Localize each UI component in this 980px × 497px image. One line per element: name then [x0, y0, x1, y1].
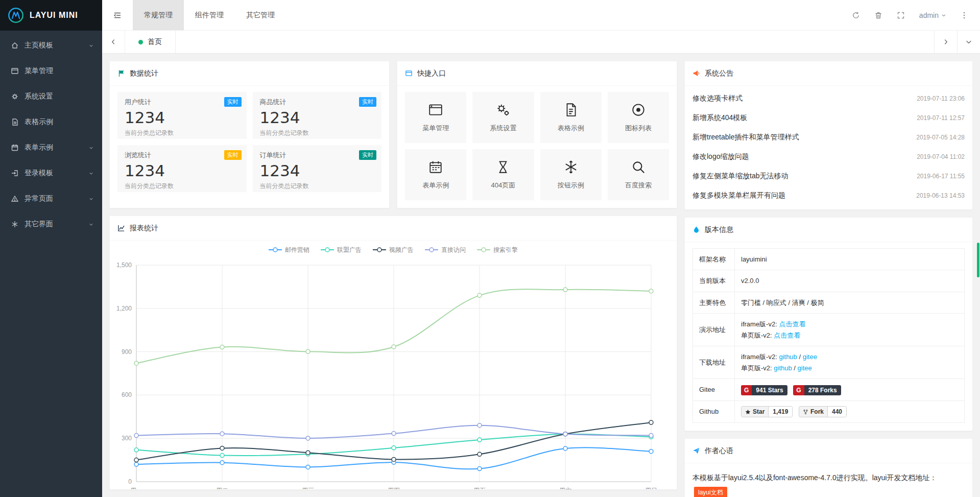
quick-entry-form-examples[interactable]: 表单示例	[405, 149, 466, 200]
sidebar-item-label: 系统设置	[25, 92, 94, 101]
svg-text:周三: 周三	[302, 487, 314, 490]
announcement-date: 2019-07-05 14:28	[916, 134, 965, 141]
announcement-list: 修改选项卡样式 2019-07-11 23:06 新增系统404模板 2019-…	[685, 86, 972, 209]
demo-iframe-link[interactable]: 点击查看	[779, 320, 805, 328]
announcement-link[interactable]: 新增treetable插件和菜单管理样式	[692, 133, 799, 142]
page-tab-home[interactable]: 首页	[125, 31, 176, 53]
user-name: admin	[919, 11, 939, 19]
version-card-title: 版本信息	[705, 225, 733, 234]
login-icon	[10, 169, 19, 177]
realtime-badge: 实时	[359, 150, 376, 160]
legend-item[interactable]: 搜索引擎	[477, 246, 518, 254]
download-gitee-link[interactable]: gitee	[798, 364, 812, 372]
quick-entry-label: 表单示例	[422, 181, 449, 190]
download-line-prefix: iframe版-v2:	[741, 353, 779, 361]
svg-text:900: 900	[122, 348, 132, 356]
quick-entry-baidu-search[interactable]: 百度搜索	[608, 149, 669, 200]
report-chart-card: 报表统计 邮件营销联盟广告视频广告直接访问搜索引擎 03006009001,20…	[109, 216, 677, 490]
calendar-icon	[428, 159, 443, 175]
clear-cache-button[interactable]	[867, 0, 890, 30]
refresh-button[interactable]	[845, 0, 867, 30]
stat-title: 商品统计	[260, 98, 375, 107]
tab-general-manage[interactable]: 常规管理	[133, 0, 184, 30]
top-header: 常规管理 组件管理 其它管理 admin	[102, 0, 980, 31]
announcement-link[interactable]: 修复多模块菜单栏展开有问题	[692, 191, 785, 200]
quick-grid: 菜单管理 系统设置 表格示例	[397, 86, 677, 208]
file-text-icon	[563, 102, 579, 117]
table-row: 当前版本 v2.0.0	[693, 270, 965, 292]
sidebar-item-table-examples[interactable]: 表格示例	[0, 109, 102, 135]
github-fork-count: 440	[828, 407, 846, 417]
quick-entry-icon-list[interactable]: 图标列表	[608, 92, 669, 143]
announcement-link[interactable]: 修改logo缩放问题	[692, 152, 749, 161]
realtime-badge: 实时	[359, 97, 376, 107]
user-menu[interactable]: admin	[912, 0, 953, 30]
star-icon	[745, 409, 751, 415]
sidebar-item-menu-manage[interactable]: 菜单管理	[0, 58, 102, 84]
sidebar-item-label: 异常页面	[25, 194, 88, 203]
version-row-label: 主要特色	[693, 292, 735, 313]
svg-text:1,200: 1,200	[116, 305, 132, 312]
sidebar-item-error-pages[interactable]: 异常页面	[0, 186, 102, 211]
tab-other-manage[interactable]: 其它管理	[235, 0, 286, 30]
sidebar-item-login-templates[interactable]: 登录模板	[0, 160, 102, 186]
sidebar-item-other-ui[interactable]: 其它界面	[0, 211, 102, 237]
legend-item[interactable]: 直接访问	[425, 246, 466, 254]
chevron-down-icon	[965, 38, 972, 45]
page-scrollbar-thumb[interactable]	[977, 243, 979, 277]
sidebar-item-form-examples[interactable]: 表单示例	[0, 135, 102, 160]
github-fork-badge[interactable]: Fork 440	[799, 406, 847, 417]
quick-entry-system-settings[interactable]: 系统设置	[472, 92, 534, 143]
author-card: 作者心语 本模板基于layui2.5.4以及font-awesome-4.7.0…	[684, 438, 973, 497]
quick-entry-menu-manage[interactable]: 菜单管理	[405, 92, 466, 143]
tabs-dropdown-button[interactable]	[957, 31, 980, 53]
quick-entry-button-examples[interactable]: 按钮示例	[540, 149, 602, 200]
announcement-link[interactable]: 新增系统404模板	[692, 113, 747, 123]
table-row: Github Star 1,419 Fork 440	[693, 400, 965, 423]
caret-down-icon	[941, 13, 946, 18]
announcement-link[interactable]: 修改选项卡样式	[692, 94, 743, 103]
page-tab-label: 首页	[148, 37, 162, 46]
chart-legend: 邮件营销联盟广告视频广告直接访问搜索引擎	[110, 241, 677, 259]
legend-item[interactable]: 联盟广告	[321, 246, 362, 254]
link-separator: /	[797, 353, 803, 361]
layui-doc-badge[interactable]: layui文档	[694, 487, 727, 497]
legend-item[interactable]: 邮件营销	[269, 246, 309, 254]
version-row-label: 当前版本	[693, 270, 735, 292]
tabs-scroll-right-button[interactable]	[934, 31, 957, 53]
more-menu-button[interactable]	[953, 0, 975, 30]
demo-single-page-link[interactable]: 点击查看	[774, 332, 800, 339]
sidebar-item-label: 表单示例	[25, 143, 88, 152]
download-github-link[interactable]: github	[774, 364, 792, 372]
github-star-label: Star	[753, 407, 764, 417]
github-fork-label: Fork	[810, 407, 824, 417]
tab-component-manage[interactable]: 组件管理	[184, 0, 235, 30]
quick-entry-label: 菜单管理	[422, 124, 449, 133]
sidebar-item-system-settings[interactable]: 系统设置	[0, 84, 102, 109]
download-github-link[interactable]: github	[779, 353, 797, 361]
sidebar: LAYUI MINI 主页模板 菜单管理 系统设置 表格示例 表单	[0, 0, 102, 497]
legend-item[interactable]: 视频广告	[373, 246, 414, 254]
stats-grid: 用户统计 1234 当前分类总记录数 实时 商品统计 1234 当前分类总记录数…	[110, 86, 389, 200]
announcement-date: 2019-07-04 11:02	[917, 153, 965, 160]
fullscreen-button[interactable]	[890, 0, 912, 30]
quick-entry-404-page[interactable]: 404页面	[472, 149, 534, 200]
github-star-badge[interactable]: Star 1,419	[741, 406, 793, 417]
svg-text:周四: 周四	[388, 487, 400, 490]
download-gitee-link[interactable]: gitee	[803, 353, 817, 361]
version-row-label: 下载地址	[693, 346, 735, 379]
announcement-date: 2019-06-13 14:53	[916, 192, 965, 199]
realtime-badge: 实时	[224, 97, 242, 107]
svg-text:1,500: 1,500	[116, 262, 132, 269]
gitee-stars-badge[interactable]: G941 Stars	[741, 385, 787, 395]
header-actions: admin	[845, 0, 980, 30]
sidebar-collapse-button[interactable]	[102, 0, 133, 30]
gitee-forks-badge[interactable]: G278 Forks	[793, 385, 841, 395]
announcement-link[interactable]: 修复左侧菜单缩放tab无法移动	[692, 172, 788, 181]
quick-entry-table-examples[interactable]: 表格示例	[540, 92, 602, 143]
tabs-scroll-left-button[interactable]	[102, 31, 125, 53]
sidebar-item-home-templates[interactable]: 主页模板	[0, 33, 102, 58]
announcement-card-header: 系统公告	[685, 61, 972, 86]
gears-icon	[495, 102, 511, 117]
refresh-icon	[852, 11, 860, 19]
